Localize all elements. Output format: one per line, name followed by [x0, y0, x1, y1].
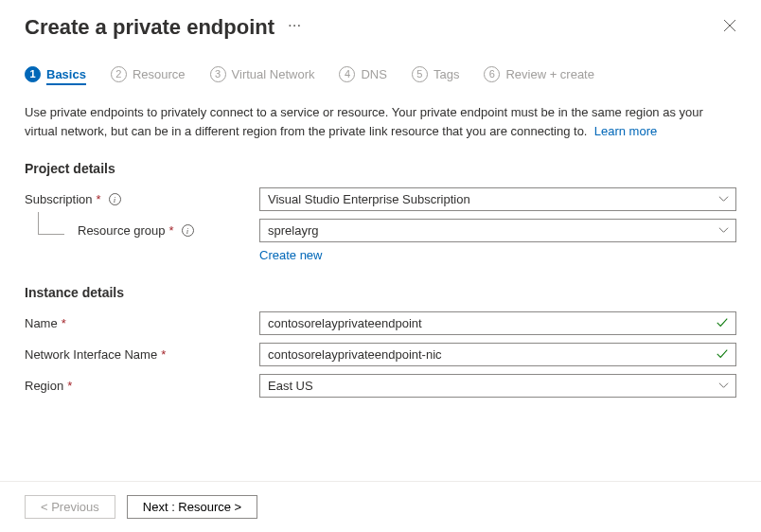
tab-tags[interactable]: 5 Tags — [412, 66, 459, 84]
tab-label: Virtual Network — [232, 67, 315, 81]
tab-label: DNS — [361, 67, 386, 81]
tab-number: 3 — [210, 66, 226, 82]
section-project-details: Project details Subscription * i Visual … — [25, 161, 736, 262]
previous-button: < Previous — [25, 495, 115, 519]
required-asterisk: * — [169, 223, 174, 238]
tab-dns[interactable]: 4 DNS — [339, 66, 386, 84]
tab-number: 4 — [339, 66, 355, 82]
check-icon — [716, 315, 729, 331]
info-icon[interactable]: i — [109, 193, 121, 205]
subscription-select[interactable]: Visual Studio Enterprise Subscription — [259, 187, 736, 211]
nic-name-label: Network Interface Name * — [25, 347, 259, 362]
row-resource-group: Resource group * i sprelayrg — [25, 219, 736, 242]
tab-number: 6 — [484, 66, 500, 82]
footer: < Previous Next : Resource > — [0, 481, 761, 532]
resource-group-label: Resource group * i — [25, 223, 259, 238]
close-icon[interactable] — [719, 15, 740, 40]
section-heading: Instance details — [25, 285, 736, 300]
intro-text: Use private endpoints to privately conne… — [25, 103, 736, 140]
tab-basics[interactable]: 1 Basics — [25, 66, 86, 84]
required-asterisk: * — [97, 192, 101, 206]
row-subscription: Subscription * i Visual Studio Enterpris… — [25, 187, 736, 211]
nic-name-input[interactable] — [259, 343, 736, 366]
more-icon[interactable]: ··· — [288, 17, 301, 39]
section-heading: Project details — [25, 161, 736, 176]
info-icon[interactable]: i — [182, 224, 194, 237]
tab-label: Tags — [434, 67, 459, 81]
resource-group-select[interactable]: sprelayrg — [259, 219, 736, 242]
tab-label: Review + create — [505, 67, 594, 81]
required-asterisk: * — [62, 316, 66, 330]
row-nic-name: Network Interface Name * — [25, 343, 736, 366]
tab-virtual-network[interactable]: 3 Virtual Network — [210, 66, 315, 84]
region-label: Region * — [25, 379, 259, 393]
name-label: Name * — [25, 316, 259, 330]
tab-label: Basics — [46, 67, 86, 85]
section-instance-details: Instance details Name * Network Interfac… — [25, 285, 736, 398]
name-input[interactable] — [259, 311, 736, 335]
page-title: Create a private endpoint — [25, 15, 274, 40]
tab-resource[interactable]: 2 Resource — [111, 66, 186, 84]
tab-label: Resource — [133, 67, 186, 81]
subscription-label: Subscription * i — [25, 192, 259, 206]
required-asterisk: * — [161, 347, 166, 362]
create-new-link[interactable]: Create new — [259, 248, 322, 262]
header: Create a private endpoint ··· — [25, 15, 736, 40]
row-name: Name * — [25, 311, 736, 335]
region-select[interactable]: East US — [259, 374, 736, 398]
required-asterisk: * — [67, 379, 72, 393]
row-region: Region * East US — [25, 374, 736, 398]
check-icon — [716, 346, 729, 363]
tabs: 1 Basics 2 Resource 3 Virtual Network 4 … — [25, 66, 736, 84]
tab-number: 1 — [25, 66, 41, 82]
indent-connector — [38, 212, 64, 235]
learn-more-link[interactable]: Learn more — [594, 124, 657, 138]
tab-review-create[interactable]: 6 Review + create — [484, 66, 594, 84]
tab-number: 5 — [412, 66, 428, 82]
tab-number: 2 — [111, 66, 127, 82]
next-button[interactable]: Next : Resource > — [127, 495, 257, 519]
